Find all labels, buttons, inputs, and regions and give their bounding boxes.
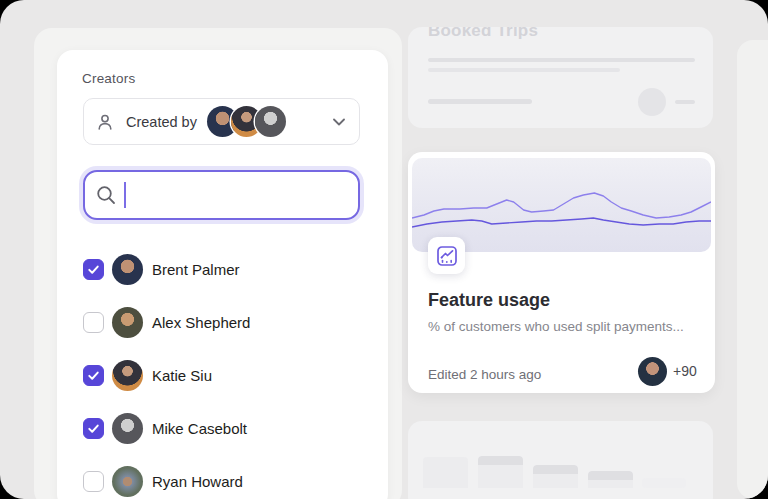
- feature-card-title: Feature usage: [428, 290, 550, 311]
- checkbox[interactable]: [83, 471, 104, 492]
- booked-trips-title: Booked Trips: [428, 27, 538, 41]
- check-icon: [87, 263, 100, 276]
- panel-title: Creators: [82, 71, 135, 86]
- search-input[interactable]: [126, 180, 358, 210]
- creator-row-brent-palmer[interactable]: Brent Palmer: [83, 254, 363, 285]
- checkbox[interactable]: [83, 312, 104, 333]
- creator-row-alex-shepherd[interactable]: Alex Shepherd: [83, 307, 363, 338]
- creator-name: Katie Siu: [152, 367, 212, 384]
- creator-search-field[interactable]: [83, 170, 360, 220]
- edited-timestamp: Edited 2 hours ago: [428, 367, 541, 382]
- avatar-katie-siu: [112, 360, 143, 391]
- creator-name: Brent Palmer: [152, 261, 240, 278]
- next-card-edge: [737, 40, 768, 499]
- skeleton-line: [675, 100, 695, 104]
- app-screen: Creators Created by: [0, 0, 768, 499]
- skeleton-avatar: [638, 88, 666, 116]
- checkbox[interactable]: [83, 259, 104, 280]
- creator-name: Mike Casebolt: [152, 420, 247, 437]
- skeleton-bar: [478, 456, 523, 488]
- person-icon: [96, 113, 114, 131]
- creator-row-mike-casebolt[interactable]: Mike Casebolt: [83, 413, 363, 444]
- avatar-mike-casebolt: [112, 413, 143, 444]
- creators-list: Brent Palmer Alex Shepherd Katie Siu: [83, 254, 363, 499]
- chart-badge: [428, 237, 465, 274]
- checkbox[interactable]: [83, 365, 104, 386]
- created-by-label: Created by: [126, 114, 197, 130]
- avatar-brent-palmer: [112, 254, 143, 285]
- skeleton-bar: [588, 471, 633, 488]
- skeleton-line: [428, 58, 695, 62]
- feature-usage-card[interactable]: Feature usage % of customers who used sp…: [408, 152, 715, 393]
- creator-name: Alex Shepherd: [152, 314, 250, 331]
- checkbox[interactable]: [83, 418, 104, 439]
- skeleton-bar: [423, 457, 468, 488]
- check-icon: [87, 422, 100, 435]
- skeleton-line: [428, 99, 532, 104]
- creator-name: Ryan Howard: [152, 473, 243, 490]
- line-chart-icon: [436, 245, 458, 267]
- feature-card-subtitle: % of customers who used split payments..…: [428, 319, 684, 334]
- skeleton-bar: [642, 478, 686, 488]
- more-editors-count: +90: [673, 363, 697, 379]
- search-icon: [95, 184, 117, 206]
- creator-row-katie-siu[interactable]: Katie Siu: [83, 360, 363, 391]
- avatar-mike-casebolt: [255, 106, 286, 137]
- creator-avatar-stack: [207, 106, 286, 137]
- creators-filter-panel: Creators Created by: [57, 50, 388, 499]
- avatar-ryan-howard: [112, 466, 143, 497]
- skeleton-bar: [533, 465, 578, 488]
- avatar-alex-shepherd: [112, 307, 143, 338]
- chevron-down-icon: [333, 118, 345, 126]
- skeleton-bar-chart-card[interactable]: [408, 421, 713, 499]
- created-by-dropdown[interactable]: Created by: [83, 98, 360, 145]
- skeleton-line: [428, 68, 620, 72]
- check-icon: [87, 369, 100, 382]
- creator-row-ryan-howard[interactable]: Ryan Howard: [83, 466, 363, 497]
- editor-avatar: [638, 357, 667, 386]
- booked-trips-card[interactable]: Booked Trips: [408, 27, 713, 128]
